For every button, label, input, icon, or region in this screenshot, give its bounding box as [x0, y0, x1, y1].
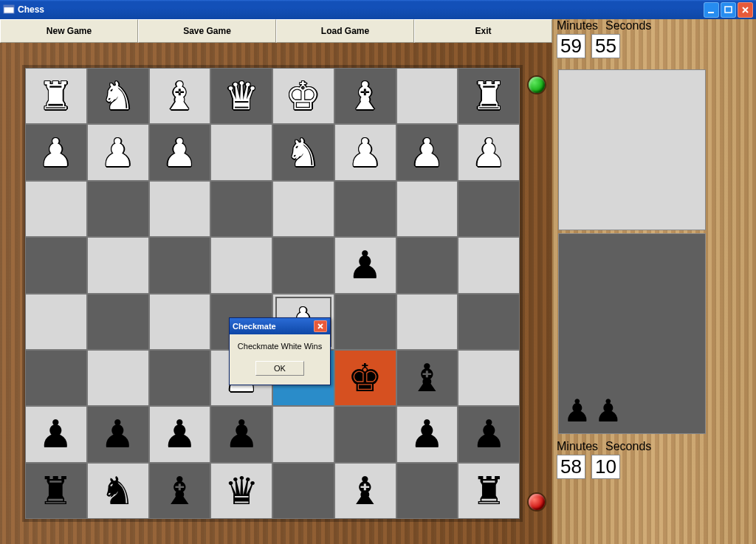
square-1-2[interactable]: ♟ [149, 124, 211, 180]
square-2-5[interactable] [334, 181, 396, 237]
square-4-0[interactable] [25, 294, 87, 350]
square-6-3[interactable]: ♟ [210, 406, 272, 462]
load-game-button[interactable]: Load Game [276, 19, 414, 43]
square-5-5[interactable]: ♚ [334, 350, 396, 406]
square-7-7[interactable]: ♜ [458, 463, 520, 519]
save-game-button[interactable]: Save Game [138, 19, 276, 43]
svg-rect-2 [708, 12, 714, 13]
square-0-4[interactable]: ♚ [272, 68, 334, 124]
piece: ♟ [38, 415, 73, 453]
piece: ♝ [162, 77, 197, 115]
chess-board[interactable]: ♜♞♝♛♚♝♜♟♟♟♞♟♟♟♟♟♟♚♝♟♟♟♟♟♟♜♞♝♛♝♜ [25, 68, 520, 519]
square-2-1[interactable] [87, 181, 149, 237]
square-1-4[interactable]: ♞ [272, 124, 334, 180]
square-0-6[interactable] [396, 68, 458, 124]
dialog-ok-button[interactable]: OK [255, 361, 304, 376]
square-0-3[interactable]: ♛ [210, 68, 272, 124]
square-6-4[interactable] [272, 406, 334, 462]
square-3-1[interactable] [87, 237, 149, 293]
square-7-0[interactable]: ♜ [25, 463, 87, 519]
dialog-title: Checkmate [233, 322, 276, 331]
piece: ♜ [472, 77, 506, 115]
close-button[interactable] [738, 2, 753, 18]
square-5-2[interactable] [149, 350, 211, 406]
piece: ♜ [472, 472, 506, 510]
square-2-7[interactable] [458, 181, 520, 237]
square-2-3[interactable] [210, 181, 272, 237]
square-6-2[interactable]: ♟ [149, 406, 211, 462]
board-area: ♜♞♝♛♚♝♜♟♟♟♞♟♟♟♟♟♟♚♝♟♟♟♟♟♟♜♞♝♛♝♜ Checkmat… [0, 43, 552, 544]
top-clock-labels: Minutes Seconds [557, 19, 651, 32]
square-3-0[interactable] [25, 237, 87, 293]
square-2-4[interactable] [272, 181, 334, 237]
square-1-7[interactable]: ♟ [458, 124, 520, 180]
piece: ♝ [410, 359, 444, 397]
square-2-2[interactable] [149, 181, 211, 237]
maximize-button[interactable] [721, 2, 736, 18]
app-icon [3, 4, 15, 16]
piece: ♟ [348, 246, 382, 284]
square-2-6[interactable] [396, 181, 458, 237]
piece: ♟ [410, 134, 444, 172]
square-5-7[interactable] [458, 350, 520, 406]
bottom-minutes-value: 58 [557, 455, 585, 479]
new-game-button[interactable]: New Game [0, 19, 138, 43]
square-4-2[interactable] [149, 294, 211, 350]
square-3-6[interactable] [396, 237, 458, 293]
captured-piece: ♟ [563, 393, 591, 429]
square-6-0[interactable]: ♟ [25, 406, 87, 462]
minimize-button[interactable] [704, 2, 719, 18]
left-pane: New Game Save Game Load Game Exit ♜♞♝♛♚♝… [0, 19, 552, 544]
square-4-7[interactable] [458, 294, 520, 350]
square-6-6[interactable]: ♟ [396, 406, 458, 462]
square-1-5[interactable]: ♟ [334, 124, 396, 180]
square-2-0[interactable] [25, 181, 87, 237]
square-7-6[interactable] [396, 463, 458, 519]
dialog-close-button[interactable] [314, 320, 327, 332]
piece: ♜ [38, 77, 73, 115]
top-seconds-value: 55 [591, 34, 620, 58]
square-4-6[interactable] [396, 294, 458, 350]
square-6-5[interactable] [334, 406, 396, 462]
turn-indicator-bottom [529, 494, 545, 510]
square-3-4[interactable] [272, 237, 334, 293]
square-7-2[interactable]: ♝ [149, 463, 211, 519]
piece: ♞ [100, 472, 135, 510]
seconds-label: Seconds [605, 19, 651, 32]
square-7-4[interactable] [272, 463, 334, 519]
square-6-1[interactable]: ♟ [87, 406, 149, 462]
square-0-7[interactable]: ♜ [458, 68, 520, 124]
checkmate-dialog: Checkmate Checkmate White Wins OK [229, 317, 331, 385]
square-4-1[interactable] [87, 294, 149, 350]
piece: ♟ [348, 134, 382, 172]
square-5-0[interactable] [25, 350, 87, 406]
square-0-5[interactable]: ♝ [334, 68, 396, 124]
square-3-7[interactable] [458, 237, 520, 293]
square-3-3[interactable] [210, 237, 272, 293]
square-6-7[interactable]: ♟ [458, 406, 520, 462]
seconds-label: Seconds [605, 440, 651, 453]
square-0-2[interactable]: ♝ [149, 68, 211, 124]
square-0-0[interactable]: ♜ [25, 68, 87, 124]
square-3-2[interactable] [149, 237, 211, 293]
square-1-6[interactable]: ♟ [396, 124, 458, 180]
piece: ♛ [224, 77, 259, 115]
square-5-1[interactable] [87, 350, 149, 406]
turn-indicator-top [529, 77, 545, 93]
captured-top-box [558, 69, 706, 230]
square-5-6[interactable]: ♝ [396, 350, 458, 406]
exit-button[interactable]: Exit [414, 19, 552, 43]
square-1-1[interactable]: ♟ [87, 124, 149, 180]
bottom-clock-labels: Minutes Seconds [557, 440, 651, 453]
square-7-1[interactable]: ♞ [87, 463, 149, 519]
titlebar[interactable]: Chess [0, 0, 756, 19]
square-4-5[interactable] [334, 294, 396, 350]
square-3-5[interactable]: ♟ [334, 237, 396, 293]
window-title: Chess [18, 4, 704, 15]
square-0-1[interactable]: ♞ [87, 68, 149, 124]
piece: ♞ [286, 134, 320, 172]
square-7-5[interactable]: ♝ [334, 463, 396, 519]
square-7-3[interactable]: ♛ [210, 463, 272, 519]
square-1-0[interactable]: ♟ [25, 124, 87, 180]
square-1-3[interactable] [210, 124, 272, 180]
